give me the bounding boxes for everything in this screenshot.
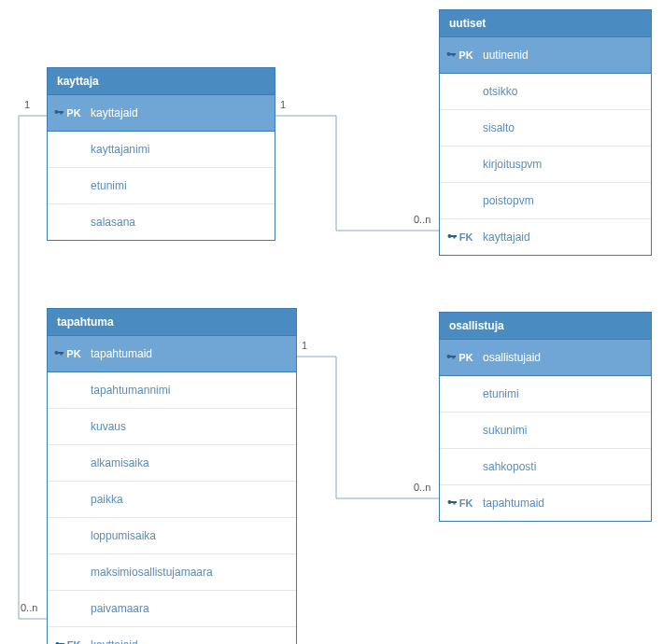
field-name: osallistujaid	[479, 351, 651, 364]
field-name: etunimi	[87, 179, 275, 192]
field-name: tapahtumaid	[479, 497, 651, 510]
card-kayttaja-tapahtuma-to: 0..n	[21, 602, 37, 613]
field-row: tapahtumannimi	[48, 372, 296, 409]
fk-row: FK tapahtumaid	[440, 485, 651, 521]
key-icon	[54, 639, 65, 644]
pk-label: PK	[66, 107, 80, 119]
field-name: kirjoituspvm	[479, 158, 651, 171]
field-name: paikka	[87, 493, 296, 506]
field-name: uutinenid	[479, 49, 651, 62]
entity-title: kayttaja	[48, 68, 275, 95]
entity-title: tapahtuma	[48, 309, 296, 336]
key-icon	[53, 107, 64, 119]
field-row: kirjoituspvm	[440, 147, 651, 183]
field-row: loppumisaika	[48, 518, 296, 554]
field-name: tapahtumannimi	[87, 384, 296, 397]
pk-label: PK	[458, 352, 473, 363]
field-row: sisalto	[440, 110, 651, 147]
fk-label: FK	[459, 497, 473, 509]
field-name: sahkoposti	[479, 460, 651, 473]
field-name: sisalto	[479, 121, 651, 134]
key-icon	[445, 352, 457, 363]
entity-tapahtuma: tapahtuma PK tapahtumaid tapahtumannimi …	[47, 308, 297, 644]
pk-row: PK osallistujaid	[440, 340, 651, 376]
fk-row: FK kayttajaid	[440, 219, 651, 255]
key-icon	[446, 497, 458, 509]
field-name: loppumisaika	[87, 529, 296, 542]
field-name: kuvaus	[87, 420, 296, 433]
field-row: otsikko	[440, 74, 651, 110]
field-row: etunimi	[440, 376, 651, 413]
field-name: kayttajanimi	[87, 143, 275, 156]
fk-label: FK	[459, 231, 473, 243]
key-icon	[53, 348, 64, 359]
field-name: salasana	[87, 216, 275, 229]
field-row: maksimiosallistujamaara	[48, 554, 296, 591]
field-row: paikka	[48, 482, 296, 518]
field-row: poistopvm	[440, 183, 651, 219]
card-kayttaja-tapahtuma-from: 1	[24, 99, 30, 110]
field-name: alkamisaika	[87, 456, 296, 469]
field-name: otsikko	[479, 85, 651, 98]
field-name: paivamaara	[87, 602, 296, 615]
entity-title: uutiset	[440, 10, 651, 37]
card-tapahtuma-osallistuja-to: 0..n	[414, 482, 430, 493]
key-icon	[446, 231, 458, 243]
field-name: maksimiosallistujamaara	[87, 566, 296, 579]
card-kayttaja-uutiset-to: 0..n	[414, 214, 430, 225]
field-name: kayttajaid	[87, 638, 296, 644]
entity-title: osallistuja	[440, 313, 651, 340]
field-row: salasana	[48, 204, 275, 240]
fk-row: FK kayttajaid	[48, 627, 296, 644]
field-name: poistopvm	[479, 194, 651, 207]
card-tapahtuma-osallistuja-from: 1	[302, 340, 307, 351]
pk-row: PK tapahtumaid	[48, 336, 296, 372]
pk-label: PK	[66, 348, 80, 359]
pk-row: PK kayttajaid	[48, 95, 275, 132]
field-name: tapahtumaid	[87, 347, 296, 360]
pk-label: PK	[458, 49, 473, 61]
entity-osallistuja: osallistuja PK osallistujaid etunimi suk…	[439, 312, 652, 522]
fk-label: FK	[67, 639, 81, 644]
field-name: etunimi	[479, 387, 651, 400]
field-row: kuvaus	[48, 409, 296, 445]
field-row: alkamisaika	[48, 445, 296, 482]
pk-row: PK uutinenid	[440, 37, 651, 74]
field-row: kayttajanimi	[48, 132, 275, 168]
key-icon	[445, 49, 457, 61]
field-row: sukunimi	[440, 413, 651, 449]
field-name: kayttajaid	[479, 231, 651, 244]
field-row: paivamaara	[48, 591, 296, 627]
card-kayttaja-uutiset-from: 1	[280, 99, 286, 110]
field-row: sahkoposti	[440, 449, 651, 485]
field-row: etunimi	[48, 168, 275, 204]
field-name: kayttajaid	[87, 106, 275, 119]
entity-uutiset: uutiset PK uutinenid otsikko sisalto kir…	[439, 9, 652, 256]
field-name: sukunimi	[479, 424, 651, 437]
entity-kayttaja: kayttaja PK kayttajaid kayttajanimi etun…	[47, 67, 275, 241]
